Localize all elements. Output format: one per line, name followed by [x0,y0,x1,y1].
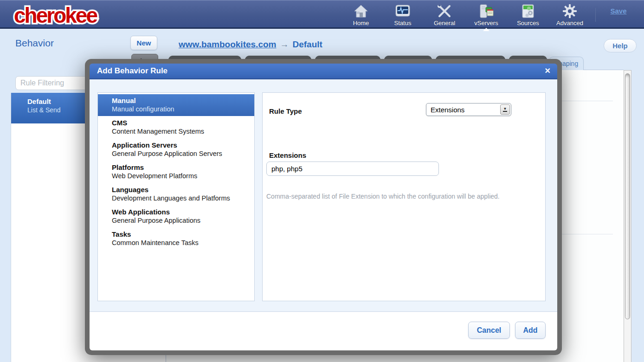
nav-item-advanced[interactable]: Advanced [549,3,591,28]
category-subtitle: Manual configuration [112,105,251,113]
extensions-label: Extensions [269,151,306,159]
add-button[interactable]: Add [515,322,546,339]
rule-type-label: Rule Type [269,107,302,115]
nav-label: General [434,19,455,26]
category-subtitle: Common Maintenance Tasks [112,239,251,247]
nav-label: vServers [474,19,498,26]
cherokee-logo[interactable]: cherokee [10,2,131,28]
dialog-body: Manual Manual configuration CMS Content … [90,79,557,311]
page-title: Behavior [15,38,54,49]
vertical-scrollbar[interactable] [624,70,631,362]
category-title: CMS [112,119,251,127]
nav-label: Status [394,19,412,26]
cancel-button[interactable]: Cancel [468,322,510,339]
category-item-web-applications[interactable]: Web Applications General Purpose Applica… [98,206,254,227]
rule-type-select[interactable]: Extensions ▼ [426,103,511,116]
rule-category-list: Manual Manual configuration CMS Content … [97,92,255,301]
dialog-header[interactable]: Add Behavior Rule ✕ [90,64,557,79]
active-tab-marker [483,28,489,31]
category-title: Web Applications [112,208,251,216]
top-navbar: cherokee Home [0,0,644,29]
nav-menu: Home Status [340,3,591,29]
category-item-application-servers[interactable]: Application Servers General Purpose Appl… [98,139,254,161]
nav-label: Sources [517,19,539,26]
category-item-manual[interactable]: Manual Manual configuration [98,94,254,116]
extensions-input[interactable] [266,162,439,176]
category-subtitle: Development Languages and Platforms [112,194,251,202]
breadcrumb-vserver-link[interactable]: www.bambookites.com [179,39,276,49]
nav-divider [595,8,596,22]
breadcrumb: www.bambookites.com→Default [179,39,322,50]
category-title: Tasks [112,230,251,239]
category-subtitle: General Purpose Application Servers [112,149,251,158]
nav-label: Home [353,19,369,26]
add-behavior-rule-dialog: Add Behavior Rule ✕ Manual Manual config… [85,59,562,355]
dialog-title: Add Behavior Rule [97,66,167,76]
category-title: Application Servers [112,141,251,149]
vservers-icon [478,3,494,19]
category-subtitle: General Purpose Applications [112,216,251,225]
home-icon [354,3,368,19]
nav-item-home[interactable]: Home [340,3,382,28]
extensions-help-text: Comma-separated list of File Extension t… [266,193,500,200]
nav-item-vservers[interactable]: vServers [465,3,507,28]
nav-label: Advanced [556,19,583,26]
help-button[interactable]: Help [604,39,637,52]
category-item-cms[interactable]: CMS Content Management Systems [98,116,254,138]
category-title: Languages [112,186,251,194]
category-title: Platforms [112,163,251,172]
dialog-footer: Cancel Add [90,311,557,350]
category-item-platforms[interactable]: Platforms Web Development Platforms [98,161,254,183]
rule-form-panel: Rule Type Extensions ▼ Extensions Comma-… [262,92,546,301]
advanced-icon [562,3,577,19]
category-item-tasks[interactable]: Tasks Common Maintenance Tasks [98,228,254,250]
category-title: Manual [112,97,251,105]
scrollbar-thumb[interactable] [625,73,630,319]
save-link[interactable]: Save [605,7,632,15]
sources-icon [521,3,535,19]
new-rule-button[interactable]: New [130,36,157,50]
rule-type-value: Extensions [426,106,500,114]
close-icon[interactable]: ✕ [545,66,551,76]
nav-item-status[interactable]: Status [382,3,424,28]
category-item-languages[interactable]: Languages Development Languages and Plat… [98,183,254,205]
general-icon [437,3,452,19]
breadcrumb-arrow: → [280,39,289,49]
chevron-down-icon[interactable]: ▼ [500,104,510,115]
logo-text: cherokee [14,3,97,27]
nav-item-sources[interactable]: Sources [507,3,549,28]
nav-item-general[interactable]: General [424,3,465,28]
breadcrumb-rule: Default [292,39,322,49]
category-subtitle: Content Management Systems [112,127,251,136]
category-subtitle: Web Development Platforms [112,172,251,180]
status-icon [394,3,411,19]
